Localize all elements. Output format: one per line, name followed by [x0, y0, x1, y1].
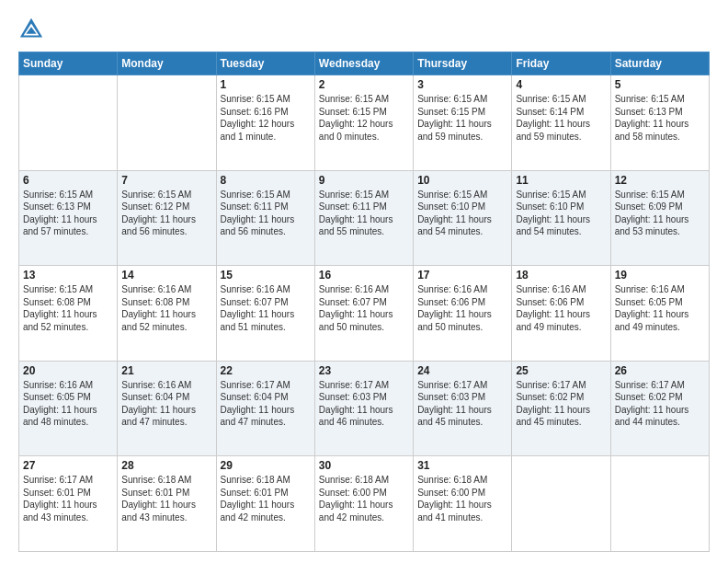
day-number: 22: [221, 364, 311, 377]
cell-info: Sunrise: 6:17 AMSunset: 6:03 PMDaylight:…: [319, 379, 409, 429]
day-number: 30: [319, 459, 409, 472]
cell-info: Sunrise: 6:15 AMSunset: 6:14 PMDaylight:…: [516, 93, 606, 143]
calendar-cell: 9Sunrise: 6:15 AMSunset: 6:11 PMDaylight…: [314, 170, 413, 266]
calendar-week-row: 13Sunrise: 6:15 AMSunset: 6:08 PMDayligh…: [19, 266, 710, 362]
day-number: 21: [121, 364, 211, 377]
day-number: 17: [417, 269, 507, 282]
calendar-cell: 12Sunrise: 6:15 AMSunset: 6:09 PMDayligh…: [610, 170, 709, 266]
day-number: 28: [121, 459, 211, 472]
day-number: 12: [615, 174, 705, 187]
calendar-cell: 20Sunrise: 6:16 AMSunset: 6:05 PMDayligh…: [19, 361, 118, 456]
page: SundayMondayTuesdayWednesdayThursdayFrid…: [0, 0, 728, 563]
calendar-cell: 1Sunrise: 6:15 AMSunset: 6:16 PMDaylight…: [216, 75, 314, 171]
cell-info: Sunrise: 6:15 AMSunset: 6:11 PMDaylight:…: [319, 189, 409, 238]
cell-info: Sunrise: 6:15 AMSunset: 6:15 PMDaylight:…: [417, 93, 507, 143]
calendar-cell: 28Sunrise: 6:18 AMSunset: 6:01 PMDayligh…: [118, 456, 216, 552]
weekday-header: Sunday: [19, 52, 118, 75]
cell-info: Sunrise: 6:15 AMSunset: 6:08 PMDaylight:…: [23, 283, 113, 333]
day-number: 13: [23, 269, 113, 282]
calendar-cell: 30Sunrise: 6:18 AMSunset: 6:00 PMDayligh…: [314, 456, 413, 552]
cell-info: Sunrise: 6:16 AMSunset: 6:08 PMDaylight:…: [121, 283, 211, 333]
day-number: 11: [516, 174, 606, 187]
day-number: 25: [516, 364, 606, 377]
cell-info: Sunrise: 6:15 AMSunset: 6:16 PMDaylight:…: [221, 93, 311, 143]
calendar-cell: 31Sunrise: 6:18 AMSunset: 6:00 PMDayligh…: [414, 456, 512, 552]
calendar-cell: 3Sunrise: 6:15 AMSunset: 6:15 PMDaylight…: [414, 75, 512, 171]
calendar-cell: 8Sunrise: 6:15 AMSunset: 6:11 PMDaylight…: [216, 170, 314, 266]
cell-info: Sunrise: 6:17 AMSunset: 6:02 PMDaylight:…: [615, 379, 705, 429]
calendar-cell: 18Sunrise: 6:16 AMSunset: 6:06 PMDayligh…: [512, 266, 610, 362]
day-number: 6: [23, 174, 113, 187]
calendar-cell: 25Sunrise: 6:17 AMSunset: 6:02 PMDayligh…: [512, 361, 610, 456]
cell-info: Sunrise: 6:15 AMSunset: 6:15 PMDaylight:…: [319, 93, 409, 143]
day-number: 23: [319, 364, 409, 377]
cell-info: Sunrise: 6:15 AMSunset: 6:13 PMDaylight:…: [615, 93, 705, 143]
cell-info: Sunrise: 6:18 AMSunset: 6:00 PMDaylight:…: [319, 474, 409, 523]
calendar-cell: 4Sunrise: 6:15 AMSunset: 6:14 PMDaylight…: [512, 75, 610, 171]
calendar-cell: [118, 75, 216, 171]
calendar-cell: 22Sunrise: 6:17 AMSunset: 6:04 PMDayligh…: [216, 361, 314, 456]
calendar-cell: 19Sunrise: 6:16 AMSunset: 6:05 PMDayligh…: [610, 266, 709, 362]
cell-info: Sunrise: 6:16 AMSunset: 6:05 PMDaylight:…: [23, 379, 113, 429]
header: [18, 17, 710, 42]
day-number: 27: [23, 459, 113, 472]
day-number: 24: [417, 364, 507, 377]
calendar-cell: 24Sunrise: 6:17 AMSunset: 6:03 PMDayligh…: [414, 361, 512, 456]
calendar-cell: 5Sunrise: 6:15 AMSunset: 6:13 PMDaylight…: [610, 75, 709, 171]
calendar-cell: 23Sunrise: 6:17 AMSunset: 6:03 PMDayligh…: [314, 361, 413, 456]
day-number: 26: [615, 364, 705, 377]
cell-info: Sunrise: 6:17 AMSunset: 6:04 PMDaylight:…: [221, 379, 311, 429]
cell-info: Sunrise: 6:18 AMSunset: 6:01 PMDaylight:…: [121, 474, 211, 523]
cell-info: Sunrise: 6:15 AMSunset: 6:10 PMDaylight:…: [516, 189, 606, 238]
logo-icon: [18, 17, 44, 42]
cell-info: Sunrise: 6:17 AMSunset: 6:01 PMDaylight:…: [23, 474, 113, 523]
calendar-cell: [512, 456, 610, 552]
calendar-cell: 10Sunrise: 6:15 AMSunset: 6:10 PMDayligh…: [414, 170, 512, 266]
cell-info: Sunrise: 6:15 AMSunset: 6:10 PMDaylight:…: [417, 189, 507, 238]
day-number: 2: [319, 78, 409, 91]
weekday-header: Friday: [512, 52, 610, 75]
day-number: 3: [417, 78, 507, 91]
calendar-cell: 6Sunrise: 6:15 AMSunset: 6:13 PMDaylight…: [19, 170, 118, 266]
cell-info: Sunrise: 6:18 AMSunset: 6:01 PMDaylight:…: [221, 474, 311, 523]
day-number: 1: [221, 78, 311, 91]
day-number: 9: [319, 174, 409, 187]
calendar-cell: 21Sunrise: 6:16 AMSunset: 6:04 PMDayligh…: [118, 361, 216, 456]
cell-info: Sunrise: 6:16 AMSunset: 6:06 PMDaylight:…: [516, 283, 606, 333]
calendar-cell: 29Sunrise: 6:18 AMSunset: 6:01 PMDayligh…: [216, 456, 314, 552]
day-number: 14: [121, 269, 211, 282]
weekday-header: Monday: [118, 52, 216, 75]
cell-info: Sunrise: 6:15 AMSunset: 6:13 PMDaylight:…: [23, 189, 113, 238]
cell-info: Sunrise: 6:16 AMSunset: 6:07 PMDaylight:…: [221, 283, 311, 333]
day-number: 5: [615, 78, 705, 91]
day-number: 18: [516, 269, 606, 282]
calendar-week-row: 6Sunrise: 6:15 AMSunset: 6:13 PMDaylight…: [19, 170, 710, 266]
calendar-cell: 2Sunrise: 6:15 AMSunset: 6:15 PMDaylight…: [314, 75, 413, 171]
calendar-week-row: 1Sunrise: 6:15 AMSunset: 6:16 PMDaylight…: [19, 75, 710, 171]
calendar-week-row: 20Sunrise: 6:16 AMSunset: 6:05 PMDayligh…: [19, 361, 710, 456]
calendar-cell: 27Sunrise: 6:17 AMSunset: 6:01 PMDayligh…: [19, 456, 118, 552]
day-number: 31: [417, 459, 507, 472]
cell-info: Sunrise: 6:15 AMSunset: 6:09 PMDaylight:…: [615, 189, 705, 238]
cell-info: Sunrise: 6:16 AMSunset: 6:06 PMDaylight:…: [417, 283, 507, 333]
cell-info: Sunrise: 6:18 AMSunset: 6:00 PMDaylight:…: [417, 474, 507, 523]
weekday-header: Wednesday: [314, 52, 413, 75]
calendar-cell: 13Sunrise: 6:15 AMSunset: 6:08 PMDayligh…: [19, 266, 118, 362]
day-number: 8: [221, 174, 311, 187]
cell-info: Sunrise: 6:15 AMSunset: 6:11 PMDaylight:…: [221, 189, 311, 238]
header-row: SundayMondayTuesdayWednesdayThursdayFrid…: [19, 52, 710, 75]
day-number: 15: [221, 269, 311, 282]
cell-info: Sunrise: 6:16 AMSunset: 6:05 PMDaylight:…: [615, 283, 705, 333]
day-number: 4: [516, 78, 606, 91]
calendar-week-row: 27Sunrise: 6:17 AMSunset: 6:01 PMDayligh…: [19, 456, 710, 552]
cell-info: Sunrise: 6:15 AMSunset: 6:12 PMDaylight:…: [121, 189, 211, 238]
day-number: 29: [221, 459, 311, 472]
logo: [18, 17, 48, 42]
calendar-table: SundayMondayTuesdayWednesdayThursdayFrid…: [18, 52, 710, 552]
calendar-cell: 15Sunrise: 6:16 AMSunset: 6:07 PMDayligh…: [216, 266, 314, 362]
day-number: 19: [615, 269, 705, 282]
cell-info: Sunrise: 6:17 AMSunset: 6:03 PMDaylight:…: [417, 379, 507, 429]
weekday-header: Thursday: [414, 52, 512, 75]
cell-info: Sunrise: 6:16 AMSunset: 6:04 PMDaylight:…: [121, 379, 211, 429]
calendar-cell: 11Sunrise: 6:15 AMSunset: 6:10 PMDayligh…: [512, 170, 610, 266]
